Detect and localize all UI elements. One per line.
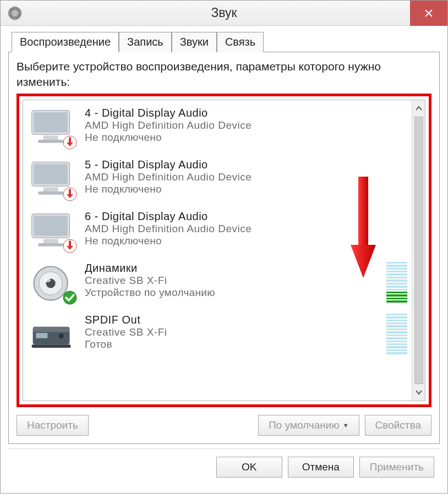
- unplugged-badge-icon: [63, 239, 77, 253]
- set-default-button[interactable]: По умолчанию▼: [258, 415, 359, 436]
- device-title: 6 - Digital Display Audio: [85, 210, 407, 223]
- device-icon: [29, 107, 76, 149]
- device-title: 5 - Digital Display Audio: [85, 158, 407, 171]
- instruction-text: Выберите устройство воспроизведения, пар…: [17, 59, 431, 90]
- system-icon: [6, 4, 24, 22]
- level-meter: [386, 262, 407, 304]
- svg-point-20: [45, 278, 51, 282]
- device-item[interactable]: 4 - Digital Display Audio AMD High Defin…: [26, 103, 409, 155]
- device-item[interactable]: SPDIF Out Creative SB X-Fi Готов: [26, 310, 409, 362]
- svg-rect-14: [43, 239, 58, 243]
- device-text: 4 - Digital Display Audio AMD High Defin…: [85, 107, 407, 144]
- configure-button[interactable]: Настроить: [17, 415, 89, 436]
- scrollbar[interactable]: [412, 100, 425, 401]
- device-status: Не подключено: [85, 132, 407, 144]
- sound-dialog: Звук Воспроизведение Запись Звуки Связь …: [0, 0, 448, 494]
- svg-rect-26: [32, 344, 71, 348]
- tab-playback[interactable]: Воспроизведение: [12, 32, 119, 52]
- device-title: SPDIF Out: [85, 314, 378, 326]
- scroll-up-icon[interactable]: [412, 102, 425, 114]
- svg-rect-9: [43, 187, 58, 191]
- device-icon: [29, 210, 76, 252]
- svg-rect-23: [33, 326, 70, 332]
- window-title: Звук: [1, 6, 447, 20]
- svg-rect-3: [34, 112, 68, 132]
- tab-recording[interactable]: Запись: [119, 32, 172, 52]
- dialog-button-row: OK Отмена Применить: [8, 448, 440, 485]
- device-list-highlight: 4 - Digital Display Audio AMD High Defin…: [17, 94, 431, 407]
- svg-rect-4: [43, 135, 58, 140]
- device-title: Динамики: [85, 262, 378, 275]
- ok-button[interactable]: OK: [216, 457, 282, 478]
- unplugged-badge-icon: [63, 135, 77, 150]
- device-icon: [29, 158, 76, 200]
- panel-button-row: Настроить По умолчанию▼ Свойства: [17, 415, 431, 436]
- device-listbox[interactable]: 4 - Digital Display Audio AMD High Defin…: [23, 100, 425, 401]
- dropdown-caret-icon: ▼: [343, 422, 349, 429]
- device-icon: [29, 314, 76, 355]
- svg-rect-10: [38, 191, 63, 195]
- device-subtitle: Creative SB X-Fi: [85, 326, 378, 338]
- cancel-button[interactable]: Отмена: [288, 457, 354, 478]
- device-text: 5 - Digital Display Audio AMD High Defin…: [85, 158, 407, 195]
- svg-rect-13: [34, 216, 68, 235]
- svg-rect-8: [34, 164, 68, 184]
- scroll-down-icon[interactable]: [412, 386, 425, 398]
- default-badge-icon: [63, 291, 77, 305]
- scroll-thumb[interactable]: [414, 117, 423, 384]
- device-icon: [29, 262, 76, 304]
- level-meter: [386, 314, 407, 355]
- device-item[interactable]: 6 - Digital Display Audio AMD High Defin…: [26, 207, 409, 259]
- device-status: Устройство по умолчанию: [85, 287, 378, 299]
- device-status: Готов: [85, 338, 378, 350]
- device-subtitle: AMD High Definition Audio Device: [85, 171, 407, 183]
- svg-rect-15: [38, 243, 63, 246]
- client-area: Воспроизведение Запись Звуки Связь Выбер…: [1, 26, 447, 493]
- device-status: Не подключено: [85, 183, 407, 195]
- device-item[interactable]: 5 - Digital Display Audio AMD High Defin…: [26, 155, 409, 207]
- device-item[interactable]: Динамики Creative SB X-Fi Устройство по …: [26, 259, 409, 310]
- device-subtitle: Creative SB X-Fi: [85, 275, 378, 287]
- svg-rect-5: [38, 140, 63, 143]
- unplugged-badge-icon: [63, 187, 77, 201]
- svg-rect-24: [36, 333, 47, 338]
- device-subtitle: AMD High Definition Audio Device: [85, 119, 407, 132]
- device-text: 6 - Digital Display Audio AMD High Defin…: [85, 210, 407, 247]
- titlebar: Звук: [1, 1, 447, 26]
- device-text: Динамики Creative SB X-Fi Устройство по …: [85, 262, 378, 299]
- tab-sounds[interactable]: Звуки: [172, 32, 217, 52]
- device-text: SPDIF Out Creative SB X-Fi Готов: [85, 314, 378, 350]
- set-default-label: По умолчанию: [269, 419, 340, 431]
- close-button[interactable]: [410, 1, 447, 26]
- device-status: Не подключено: [85, 235, 407, 247]
- device-subtitle: AMD High Definition Audio Device: [85, 223, 407, 235]
- apply-button[interactable]: Применить: [359, 457, 434, 478]
- tab-communications[interactable]: Связь: [217, 32, 264, 52]
- svg-point-25: [58, 333, 64, 339]
- properties-button[interactable]: Свойства: [365, 415, 431, 436]
- svg-point-1: [12, 10, 18, 17]
- tab-panel-playback: Выберите устройство воспроизведения, пар…: [8, 52, 440, 444]
- tab-strip: Воспроизведение Запись Звуки Связь: [12, 31, 440, 52]
- device-title: 4 - Digital Display Audio: [85, 107, 407, 119]
